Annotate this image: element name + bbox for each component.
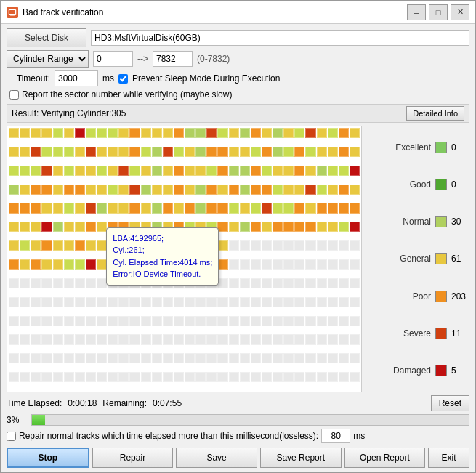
grid-cell[interactable] [294, 316, 304, 326]
grid-cell[interactable] [129, 297, 140, 307]
grid-cell[interactable] [229, 147, 239, 157]
grid-cell[interactable] [229, 240, 239, 251]
grid-cell[interactable] [317, 316, 327, 326]
grid-cell[interactable] [108, 128, 118, 138]
grid-cell[interactable] [317, 166, 327, 176]
grid-cell[interactable] [129, 353, 140, 363]
grid-cell[interactable] [75, 166, 85, 176]
grid-cell[interactable] [152, 147, 162, 157]
grid-cell[interactable] [195, 372, 206, 382]
grid-cell[interactable] [350, 259, 360, 270]
minimize-button[interactable]: – [407, 4, 426, 20]
grid-cell[interactable] [294, 147, 304, 157]
grid-cell[interactable] [86, 372, 96, 382]
grid-cell[interactable] [20, 185, 30, 195]
grid-cell[interactable] [129, 185, 140, 195]
grid-cell[interactable] [273, 203, 283, 213]
grid-cell[interactable] [339, 316, 349, 326]
grid-cell[interactable] [251, 222, 261, 232]
grid-cell[interactable] [283, 166, 294, 176]
grid-cell[interactable] [141, 203, 151, 213]
grid-cell[interactable] [339, 353, 349, 363]
grid-cell[interactable] [118, 128, 129, 138]
grid-cell[interactable] [217, 316, 227, 326]
grid-cell[interactable] [317, 259, 327, 270]
grid-cell[interactable] [64, 240, 74, 251]
repair-button[interactable]: Repair [92, 448, 174, 468]
grid-cell[interactable] [97, 259, 107, 270]
grid-cell[interactable] [328, 372, 338, 382]
grid-cell[interactable] [350, 278, 360, 288]
grid-cell[interactable] [339, 334, 349, 344]
grid-cell[interactable] [75, 185, 85, 195]
grid-cell[interactable] [86, 203, 96, 213]
grid-cell[interactable] [294, 259, 304, 270]
grid-cell[interactable] [251, 316, 261, 326]
grid-cell[interactable] [273, 372, 283, 382]
grid-cell[interactable] [240, 297, 250, 307]
grid-cell[interactable] [350, 166, 360, 176]
grid-cell[interactable] [163, 203, 173, 213]
grid-cell[interactable] [283, 372, 294, 382]
grid-cell[interactable] [283, 334, 294, 344]
grid-cell[interactable] [339, 222, 349, 232]
grid-cell[interactable] [9, 166, 19, 176]
grid-cell[interactable] [262, 203, 272, 213]
grid-cell[interactable] [317, 297, 327, 307]
grid-cell[interactable] [75, 222, 85, 232]
save-button[interactable]: Save [176, 448, 257, 468]
grid-cell[interactable] [163, 185, 173, 195]
grid-cell[interactable] [317, 185, 327, 195]
grid-cell[interactable] [262, 278, 272, 288]
grid-cell[interactable] [9, 185, 19, 195]
grid-cell[interactable] [251, 334, 261, 344]
grid-cell[interactable] [118, 353, 129, 363]
save-report-button[interactable]: Save Report [260, 448, 342, 468]
grid-cell[interactable] [174, 316, 184, 326]
grid-cell[interactable] [75, 316, 85, 326]
grid-cell[interactable] [262, 128, 272, 138]
grid-cell[interactable] [185, 316, 195, 326]
grid-cell[interactable] [64, 128, 74, 138]
grid-cell[interactable] [75, 128, 85, 138]
grid-cell[interactable] [141, 166, 151, 176]
grid-cell[interactable] [185, 353, 195, 363]
grid-cell[interactable] [20, 334, 30, 344]
grid-cell[interactable] [86, 128, 96, 138]
grid-cell[interactable] [350, 203, 360, 213]
grid-cell[interactable] [86, 185, 96, 195]
grid-cell[interactable] [9, 222, 19, 232]
grid-cell[interactable] [41, 166, 52, 176]
grid-cell[interactable] [229, 128, 239, 138]
grid-cell[interactable] [251, 240, 261, 251]
grid-cell[interactable] [273, 353, 283, 363]
grid-cell[interactable] [31, 203, 41, 213]
grid-cell[interactable] [305, 147, 315, 157]
grid-cell[interactable] [86, 166, 96, 176]
grid-cell[interactable] [97, 166, 107, 176]
grid-cell[interactable] [217, 334, 227, 344]
grid-cell[interactable] [262, 222, 272, 232]
grid-cell[interactable] [339, 203, 349, 213]
grid-cell[interactable] [141, 297, 151, 307]
range-to-input[interactable] [153, 51, 193, 67]
grid-cell[interactable] [141, 353, 151, 363]
grid-cell[interactable] [75, 240, 85, 251]
grid-cell[interactable] [229, 334, 239, 344]
grid-cell[interactable] [75, 372, 85, 382]
grid-cell[interactable] [240, 203, 250, 213]
grid-cell[interactable] [97, 240, 107, 251]
grid-cell[interactable] [283, 316, 294, 326]
grid-cell[interactable] [350, 297, 360, 307]
grid-cell[interactable] [64, 353, 74, 363]
grid-cell[interactable] [118, 203, 129, 213]
grid-cell[interactable] [129, 203, 140, 213]
grid-cell[interactable] [217, 372, 227, 382]
grid-cell[interactable] [240, 278, 250, 288]
grid-cell[interactable] [328, 128, 338, 138]
grid-cell[interactable] [305, 240, 315, 251]
grid-cell[interactable] [31, 259, 41, 270]
repair-ms-input[interactable] [321, 429, 350, 443]
grid-cell[interactable] [129, 166, 140, 176]
grid-cell[interactable] [283, 240, 294, 251]
